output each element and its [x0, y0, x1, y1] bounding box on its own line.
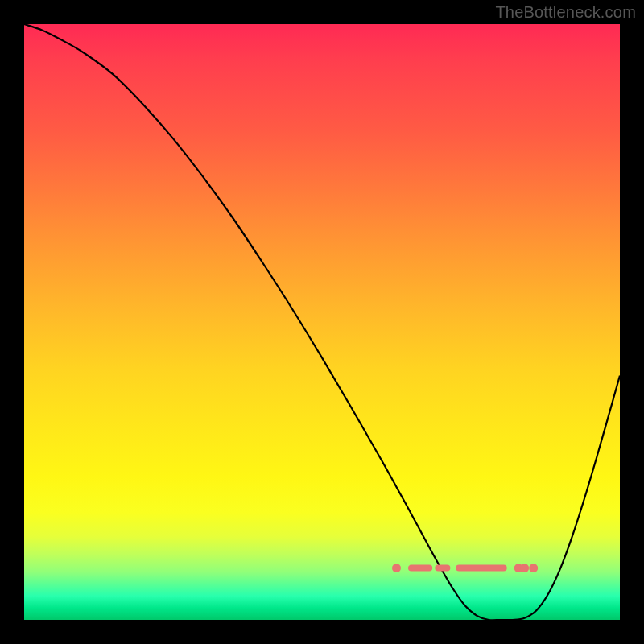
marker-dot: [392, 564, 401, 572]
curve-svg: [24, 24, 620, 620]
chart-container: TheBottleneck.com: [0, 0, 644, 644]
recommended-markers: [392, 564, 538, 572]
watermark-text: TheBottleneck.com: [495, 3, 636, 22]
bottleneck-curve: [24, 24, 620, 620]
marker-dot: [520, 564, 529, 572]
plot-area: [24, 24, 620, 620]
marker-dot: [529, 564, 538, 572]
